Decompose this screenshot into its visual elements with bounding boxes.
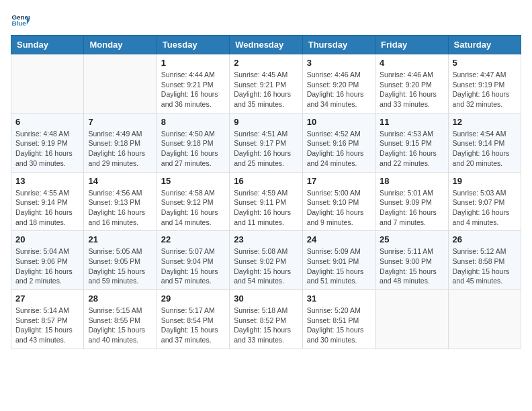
calendar-week-row: 1Sunrise: 4:44 AMSunset: 9:21 PMDaylight… (11, 54, 521, 113)
day-number: 16 (234, 176, 298, 186)
day-number: 30 (234, 293, 298, 304)
calendar-cell: 13Sunrise: 4:55 AMSunset: 9:14 PMDayligh… (11, 172, 84, 231)
day-info: Sunrise: 4:54 AMSunset: 9:14 PMDaylight:… (453, 129, 517, 169)
calendar-week-row: 13Sunrise: 4:55 AMSunset: 9:14 PMDayligh… (11, 172, 521, 231)
day-info: Sunrise: 4:44 AMSunset: 9:21 PMDaylight:… (161, 70, 225, 109)
day-number: 13 (15, 176, 79, 186)
day-info: Sunrise: 4:48 AMSunset: 9:19 PMDaylight:… (15, 129, 79, 169)
day-number: 20 (15, 234, 79, 244)
day-info: Sunrise: 4:56 AMSunset: 9:13 PMDaylight:… (88, 188, 152, 228)
day-info: Sunrise: 4:52 AMSunset: 9:16 PMDaylight:… (307, 129, 371, 169)
day-info: Sunrise: 5:20 AMSunset: 8:51 PMDaylight:… (307, 306, 371, 345)
calendar-cell: 6Sunrise: 4:48 AMSunset: 9:19 PMDaylight… (11, 113, 84, 172)
calendar-cell: 31Sunrise: 5:20 AMSunset: 8:51 PMDayligh… (302, 290, 375, 349)
day-number: 4 (380, 58, 443, 68)
day-number: 24 (307, 234, 371, 244)
day-number: 22 (161, 234, 225, 244)
calendar-cell: 11Sunrise: 4:53 AMSunset: 9:15 PMDayligh… (375, 113, 448, 172)
day-number: 9 (234, 117, 298, 127)
calendar-cell: 2Sunrise: 4:45 AMSunset: 9:21 PMDaylight… (230, 54, 302, 113)
svg-text:Blue: Blue (11, 19, 26, 27)
calendar-cell: 3Sunrise: 4:46 AMSunset: 9:20 PMDaylight… (302, 54, 375, 113)
day-info: Sunrise: 5:03 AMSunset: 9:07 PMDaylight:… (453, 188, 517, 228)
calendar-cell: 1Sunrise: 4:44 AMSunset: 9:21 PMDaylight… (157, 54, 229, 113)
day-info: Sunrise: 4:51 AMSunset: 9:17 PMDaylight:… (234, 129, 298, 169)
calendar-cell: 8Sunrise: 4:50 AMSunset: 9:18 PMDaylight… (157, 113, 229, 172)
calendar-cell: 5Sunrise: 4:47 AMSunset: 9:19 PMDaylight… (448, 54, 521, 113)
logo: General Blue (11, 11, 30, 30)
day-number: 23 (234, 234, 298, 244)
day-info: Sunrise: 4:45 AMSunset: 9:21 PMDaylight:… (234, 70, 298, 109)
calendar-cell: 16Sunrise: 4:59 AMSunset: 9:11 PMDayligh… (230, 172, 302, 231)
day-number: 10 (307, 117, 371, 127)
calendar-cell: 27Sunrise: 5:14 AMSunset: 8:57 PMDayligh… (11, 290, 84, 349)
calendar-cell: 29Sunrise: 5:17 AMSunset: 8:54 PMDayligh… (157, 290, 229, 349)
day-number: 21 (88, 234, 152, 244)
day-number: 14 (88, 176, 152, 186)
calendar-cell: 28Sunrise: 5:15 AMSunset: 8:55 PMDayligh… (84, 290, 157, 349)
calendar-cell (84, 54, 157, 113)
day-info: Sunrise: 5:15 AMSunset: 8:55 PMDaylight:… (88, 306, 152, 345)
calendar-cell: 18Sunrise: 5:01 AMSunset: 9:09 PMDayligh… (375, 172, 448, 231)
day-info: Sunrise: 5:05 AMSunset: 9:05 PMDaylight:… (88, 246, 152, 286)
day-number: 29 (161, 293, 225, 304)
calendar-table: SundayMondayTuesdayWednesdayThursdayFrid… (11, 35, 521, 349)
calendar-cell: 20Sunrise: 5:04 AMSunset: 9:06 PMDayligh… (11, 231, 84, 290)
calendar-cell: 19Sunrise: 5:03 AMSunset: 9:07 PMDayligh… (448, 172, 521, 231)
day-info: Sunrise: 5:04 AMSunset: 9:06 PMDaylight:… (15, 246, 79, 286)
day-number: 3 (307, 58, 371, 68)
calendar-cell: 25Sunrise: 5:11 AMSunset: 9:00 PMDayligh… (375, 231, 448, 290)
day-number: 11 (380, 117, 443, 127)
day-number: 1 (161, 58, 225, 68)
day-info: Sunrise: 5:18 AMSunset: 8:52 PMDaylight:… (234, 306, 298, 345)
calendar-header-saturday: Saturday (448, 36, 521, 54)
calendar-week-row: 6Sunrise: 4:48 AMSunset: 9:19 PMDaylight… (11, 113, 521, 172)
calendar-header-wednesday: Wednesday (230, 36, 302, 54)
calendar-cell: 22Sunrise: 5:07 AMSunset: 9:04 PMDayligh… (157, 231, 229, 290)
day-number: 7 (88, 117, 152, 127)
day-info: Sunrise: 4:55 AMSunset: 9:14 PMDaylight:… (15, 188, 79, 228)
day-info: Sunrise: 4:53 AMSunset: 9:15 PMDaylight:… (380, 129, 443, 169)
calendar-cell: 15Sunrise: 4:58 AMSunset: 9:12 PMDayligh… (157, 172, 229, 231)
day-info: Sunrise: 4:49 AMSunset: 9:18 PMDaylight:… (88, 129, 152, 169)
day-number: 2 (234, 58, 298, 68)
calendar-week-row: 20Sunrise: 5:04 AMSunset: 9:06 PMDayligh… (11, 231, 521, 290)
day-number: 28 (88, 293, 152, 304)
day-info: Sunrise: 5:09 AMSunset: 9:01 PMDaylight:… (307, 246, 371, 286)
calendar-cell: 26Sunrise: 5:12 AMSunset: 8:58 PMDayligh… (448, 231, 521, 290)
calendar-cell: 30Sunrise: 5:18 AMSunset: 8:52 PMDayligh… (230, 290, 302, 349)
day-number: 5 (453, 58, 517, 68)
calendar-cell: 10Sunrise: 4:52 AMSunset: 9:16 PMDayligh… (302, 113, 375, 172)
day-info: Sunrise: 5:17 AMSunset: 8:54 PMDaylight:… (161, 306, 225, 345)
day-number: 8 (161, 117, 225, 127)
day-info: Sunrise: 4:50 AMSunset: 9:18 PMDaylight:… (161, 129, 225, 169)
day-info: Sunrise: 5:11 AMSunset: 9:00 PMDaylight:… (380, 246, 443, 286)
day-number: 19 (453, 176, 517, 186)
calendar-cell (448, 290, 521, 349)
day-number: 27 (15, 293, 79, 304)
calendar-header-tuesday: Tuesday (157, 36, 229, 54)
calendar-week-row: 27Sunrise: 5:14 AMSunset: 8:57 PMDayligh… (11, 290, 521, 349)
calendar-cell: 14Sunrise: 4:56 AMSunset: 9:13 PMDayligh… (84, 172, 157, 231)
day-info: Sunrise: 5:01 AMSunset: 9:09 PMDaylight:… (380, 188, 443, 228)
day-info: Sunrise: 4:59 AMSunset: 9:11 PMDaylight:… (234, 188, 298, 228)
calendar-header-monday: Monday (84, 36, 157, 54)
calendar-cell: 7Sunrise: 4:49 AMSunset: 9:18 PMDaylight… (84, 113, 157, 172)
day-number: 17 (307, 176, 371, 186)
day-number: 31 (307, 293, 371, 304)
day-info: Sunrise: 4:46 AMSunset: 9:20 PMDaylight:… (380, 70, 443, 109)
calendar-cell: 4Sunrise: 4:46 AMSunset: 9:20 PMDaylight… (375, 54, 448, 113)
page-header: General Blue (11, 11, 521, 30)
day-info: Sunrise: 5:07 AMSunset: 9:04 PMDaylight:… (161, 246, 225, 286)
day-info: Sunrise: 4:46 AMSunset: 9:20 PMDaylight:… (307, 70, 371, 109)
calendar-cell: 9Sunrise: 4:51 AMSunset: 9:17 PMDaylight… (230, 113, 302, 172)
logo-icon: General Blue (11, 11, 30, 30)
day-number: 26 (453, 234, 517, 244)
day-info: Sunrise: 5:08 AMSunset: 9:02 PMDaylight:… (234, 246, 298, 286)
calendar-cell (375, 290, 448, 349)
calendar-cell: 12Sunrise: 4:54 AMSunset: 9:14 PMDayligh… (448, 113, 521, 172)
calendar-cell: 21Sunrise: 5:05 AMSunset: 9:05 PMDayligh… (84, 231, 157, 290)
day-info: Sunrise: 5:14 AMSunset: 8:57 PMDaylight:… (15, 306, 79, 345)
day-number: 15 (161, 176, 225, 186)
calendar-header-thursday: Thursday (302, 36, 375, 54)
